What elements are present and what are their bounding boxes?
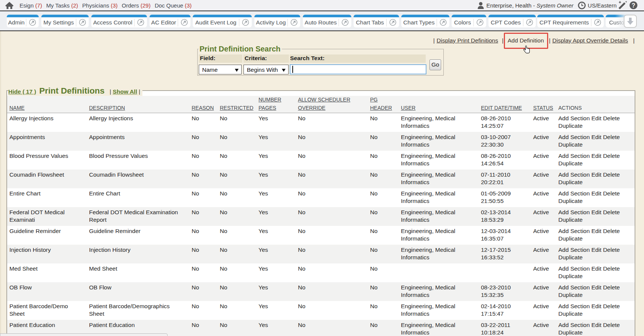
svg-text:?: ? bbox=[632, 2, 635, 9]
